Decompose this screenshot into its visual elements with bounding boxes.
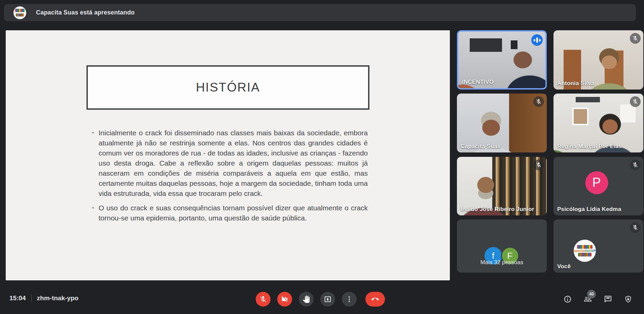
end-call-icon (371, 295, 379, 303)
meeting-panels: 40 (564, 295, 632, 303)
raise-hand-button[interactable] (299, 292, 314, 307)
presentation-tile[interactable]: HISTÓRIA Inicialmente o crack foi dissem… (6, 30, 450, 280)
slide-title: HISTÓRIA (196, 80, 260, 95)
participant-name: Você (557, 263, 571, 270)
slide-body: Inicialmente o crack foi disseminado nas… (99, 128, 368, 228)
more-options-button[interactable] (342, 292, 357, 307)
divider (31, 294, 32, 302)
participant-tile-antonia-silva[interactable]: Antonia Silva (553, 30, 643, 90)
meeting-code: zhm-tnak-ypo (37, 294, 79, 302)
more-people-label: Mais 32 pessoas (457, 259, 547, 266)
present-screen-icon (324, 295, 331, 303)
self-tile[interactable]: CapacitaSUAS/PE Você (553, 219, 643, 273)
slide-bullet: O uso do crack e suas consequências torn… (99, 203, 368, 223)
presenter-avatar (13, 6, 26, 19)
clock-time: 15:04 (9, 294, 26, 302)
meeting-details-button[interactable] (564, 295, 572, 303)
chat-button[interactable] (604, 295, 612, 303)
mic-muted-icon (630, 96, 641, 107)
participant-tile-capacita-suas[interactable]: Capacita Suas (457, 94, 547, 152)
participant-name: Antonia Silva (557, 80, 594, 87)
logo-text: CapacitaSUAS/PE (574, 249, 596, 253)
meeting-meta: 15:04 zhm-tnak-ypo (9, 294, 78, 302)
presenting-banner: Capacita Suas está apresentando (4, 4, 636, 21)
participant-tile-regina-marcal[interactable]: Regina Marçal Por Elas (553, 94, 643, 152)
participant-tile-lidia-kedma[interactable]: P Psicóloga Lídia Kedma (553, 157, 643, 215)
camera-off-icon (281, 295, 288, 303)
mic-muted-icon (533, 160, 544, 170)
participant-name: Regina Marçal Por Elas (557, 143, 622, 150)
slide-title-box: HISTÓRIA (86, 65, 369, 110)
end-call-button[interactable] (365, 292, 385, 307)
mic-muted-icon (533, 96, 544, 107)
participant-name: Inaldo Jose Ribeiro Junior (461, 206, 534, 213)
overflow-participants-tile[interactable]: f F Mais 32 pessoas (457, 219, 547, 273)
shield-lock-icon (624, 295, 632, 303)
slide-bullet: Inicialmente o crack foi disseminado nas… (99, 128, 368, 199)
mic-muted-icon (630, 33, 641, 44)
more-options-icon (346, 295, 353, 303)
participant-count-badge: 40 (587, 290, 596, 299)
camera-toggle-button[interactable] (277, 292, 292, 307)
participants-button[interactable]: 40 (584, 295, 592, 303)
present-screen-button[interactable] (320, 292, 335, 307)
speaking-indicator-icon (531, 34, 543, 46)
participant-name: Psicóloga Lídia Kedma (557, 206, 621, 213)
participant-tile-incentivo[interactable]: INCENTIVO (457, 30, 547, 90)
mic-toggle-button[interactable] (256, 292, 271, 307)
info-icon (564, 295, 572, 303)
chat-icon (604, 295, 612, 303)
raised-hand-icon (302, 295, 310, 303)
participant-name: INCENTIVO (462, 79, 494, 85)
mic-off-icon (259, 295, 267, 303)
mic-muted-icon (630, 160, 641, 170)
presenting-banner-text: Capacita Suas está apresentando (36, 9, 135, 16)
host-controls-button[interactable] (624, 295, 632, 303)
participant-tile-inaldo[interactable]: Inaldo Jose Ribeiro Junior (457, 157, 547, 215)
mic-muted-icon (630, 222, 641, 233)
call-controls (256, 292, 385, 307)
avatar: P (585, 171, 608, 194)
participant-name: Capacita Suas (461, 143, 501, 150)
capacitasuas-logo: CapacitaSUAS/PE (574, 240, 596, 262)
